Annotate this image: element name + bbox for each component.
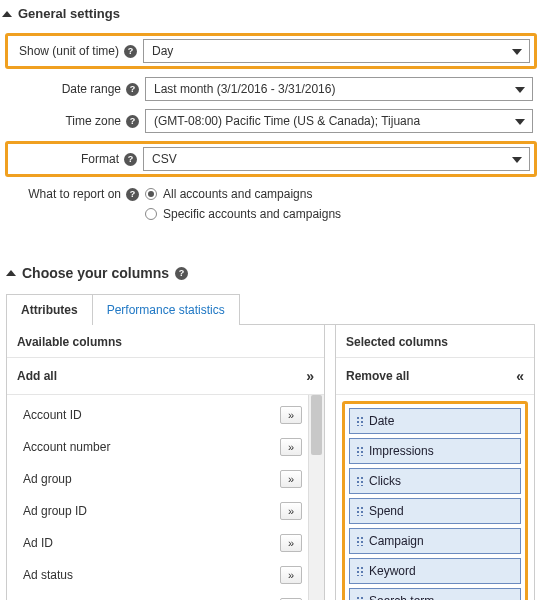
chevron-up-icon xyxy=(2,11,12,17)
tab-attributes-label: Attributes xyxy=(21,303,78,317)
item-label: Account ID xyxy=(23,408,82,422)
general-settings-header[interactable]: General settings xyxy=(0,0,541,31)
format-label: Format ? xyxy=(12,152,143,166)
grip-icon xyxy=(356,596,364,600)
choose-columns-title: Choose your columns xyxy=(22,265,169,281)
selected-item-label: Date xyxy=(369,414,394,428)
date-range-label: Date range ? xyxy=(10,82,145,96)
scrollbar-thumb[interactable] xyxy=(311,395,322,455)
list-item: Ad ID xyxy=(15,527,308,559)
row-format: Format ? CSV xyxy=(12,147,530,171)
time-zone-label: Time zone ? xyxy=(10,114,145,128)
help-icon[interactable]: ? xyxy=(124,45,137,58)
general-settings-title: General settings xyxy=(18,6,120,21)
list-item: Ad group ID xyxy=(15,495,308,527)
highlight-show-row: Show (unit of time) ? Day xyxy=(5,33,537,69)
selected-item[interactable]: Keyword xyxy=(349,558,521,584)
selected-body: Date Impressions Clicks Spend Campaign K… xyxy=(336,395,534,600)
report-on-label-text: What to report on xyxy=(28,187,121,201)
grip-icon xyxy=(356,416,364,426)
radio-specific-label: Specific accounts and campaigns xyxy=(163,207,341,221)
selected-item[interactable]: Spend xyxy=(349,498,521,524)
format-select[interactable]: CSV xyxy=(143,147,530,171)
highlight-format-row: Format ? CSV xyxy=(5,141,537,177)
columns-area: Available columns Add all Account ID Acc… xyxy=(6,325,535,600)
available-list: Account ID Account number Ad group Ad gr… xyxy=(7,395,308,600)
help-icon[interactable]: ? xyxy=(175,267,188,280)
selected-item-label: Search term xyxy=(369,594,434,600)
show-unit-label: Show (unit of time) ? xyxy=(12,44,143,58)
list-item: Account ID xyxy=(15,399,308,431)
available-columns-panel: Available columns Add all Account ID Acc… xyxy=(6,325,325,600)
time-zone-value: (GMT-08:00) Pacific Time (US & Canada); … xyxy=(154,114,420,128)
selected-item[interactable]: Campaign xyxy=(349,528,521,554)
format-label-text: Format xyxy=(81,152,119,166)
row-date-range: Date range ? Last month (3/1/2016 - 3/31… xyxy=(10,77,533,101)
item-label: Account number xyxy=(23,440,110,454)
selected-highlight-box: Date Impressions Clicks Spend Campaign K… xyxy=(342,401,528,600)
grip-icon xyxy=(356,536,364,546)
radio-specific-accounts[interactable]: Specific accounts and campaigns xyxy=(145,207,341,221)
general-settings-body: Show (unit of time) ? Day Date range ? L… xyxy=(0,31,541,247)
tab-performance[interactable]: Performance statistics xyxy=(92,294,240,325)
selected-columns-panel: Selected columns Remove all Date Impress… xyxy=(335,325,535,600)
selected-item-label: Spend xyxy=(369,504,404,518)
scrollbar[interactable] xyxy=(308,395,324,600)
grip-icon xyxy=(356,476,364,486)
row-report-on: What to report on ? All accounts and cam… xyxy=(10,185,533,221)
selected-item[interactable]: Search term xyxy=(349,588,521,600)
list-item: Account number xyxy=(15,431,308,463)
choose-columns-header[interactable]: Choose your columns ? xyxy=(0,247,541,293)
item-label: Ad group xyxy=(23,472,72,486)
show-unit-value: Day xyxy=(152,44,173,58)
add-button[interactable] xyxy=(280,470,302,488)
add-all-row[interactable]: Add all xyxy=(7,358,324,395)
report-on-radio-group: All accounts and campaigns Specific acco… xyxy=(145,185,341,221)
selected-item[interactable]: Date xyxy=(349,408,521,434)
item-label: Ad group ID xyxy=(23,504,87,518)
add-button[interactable] xyxy=(280,534,302,552)
selected-item-label: Campaign xyxy=(369,534,424,548)
grip-icon xyxy=(356,566,364,576)
radio-icon xyxy=(145,188,157,200)
selected-item-label: Clicks xyxy=(369,474,401,488)
selected-item[interactable]: Impressions xyxy=(349,438,521,464)
help-icon[interactable]: ? xyxy=(126,115,139,128)
help-icon[interactable]: ? xyxy=(124,153,137,166)
item-label: Ad status xyxy=(23,568,73,582)
selected-item-label: Impressions xyxy=(369,444,434,458)
radio-all-label: All accounts and campaigns xyxy=(163,187,312,201)
add-button[interactable] xyxy=(280,502,302,520)
selected-item-label: Keyword xyxy=(369,564,416,578)
show-unit-label-text: Show (unit of time) xyxy=(19,44,119,58)
date-range-value: Last month (3/1/2016 - 3/31/2016) xyxy=(154,82,335,96)
item-label: Ad ID xyxy=(23,536,53,550)
remove-all-label: Remove all xyxy=(346,369,409,383)
date-range-label-text: Date range xyxy=(62,82,121,96)
chevron-double-right-icon xyxy=(306,368,314,384)
show-unit-select[interactable]: Day xyxy=(143,39,530,63)
radio-icon xyxy=(145,208,157,220)
report-on-label: What to report on ? xyxy=(10,185,145,201)
help-icon[interactable]: ? xyxy=(126,188,139,201)
tab-attributes[interactable]: Attributes xyxy=(6,294,93,325)
radio-all-accounts[interactable]: All accounts and campaigns xyxy=(145,187,341,201)
format-value: CSV xyxy=(152,152,177,166)
chevron-double-left-icon xyxy=(516,368,524,384)
add-button[interactable] xyxy=(280,566,302,584)
list-item: Ad group xyxy=(15,463,308,495)
time-zone-select[interactable]: (GMT-08:00) Pacific Time (US & Canada); … xyxy=(145,109,533,133)
add-button[interactable] xyxy=(280,406,302,424)
selected-item[interactable]: Clicks xyxy=(349,468,521,494)
list-item: Ad status xyxy=(15,559,308,591)
selected-columns-header: Selected columns xyxy=(336,325,534,358)
row-show-unit: Show (unit of time) ? Day xyxy=(12,39,530,63)
add-button[interactable] xyxy=(280,438,302,456)
remove-all-row[interactable]: Remove all xyxy=(336,358,534,395)
date-range-select[interactable]: Last month (3/1/2016 - 3/31/2016) xyxy=(145,77,533,101)
chevron-up-icon xyxy=(6,270,16,276)
column-tabs: Attributes Performance statistics xyxy=(6,293,535,325)
tab-performance-label: Performance statistics xyxy=(107,303,225,317)
grip-icon xyxy=(356,506,364,516)
help-icon[interactable]: ? xyxy=(126,83,139,96)
